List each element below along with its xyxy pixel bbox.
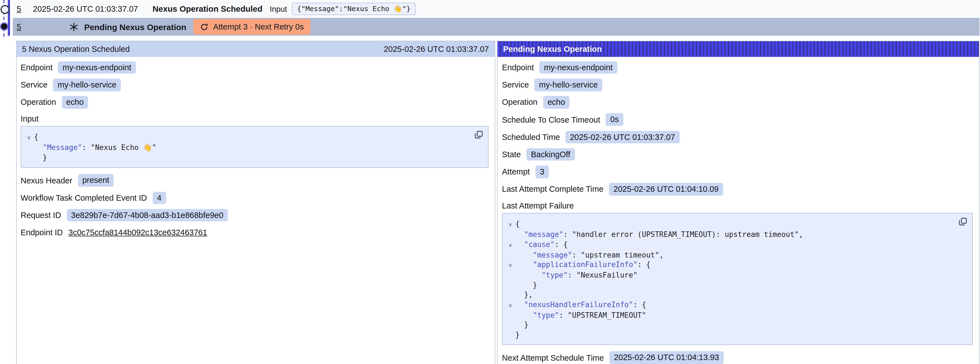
gutter [505, 250, 515, 260]
gutter [505, 330, 515, 340]
input-code-block: ∨{ "Message": "Nexus Echo 👋" } [21, 126, 488, 168]
field-value-chip: 2025-02-26 UTC 01:04:13.93 [609, 351, 724, 364]
field-row: Endpoint ID3c0c75ccfa8144b092c13ce632463… [21, 224, 488, 241]
json-line: "type": "UPSTREAM_TIMEOUT" [505, 310, 966, 320]
field-row: Operationecho [21, 94, 488, 111]
timeline-node-open-icon [0, 5, 10, 14]
json-line: } [24, 152, 481, 162]
field-label: State [502, 150, 521, 159]
selection-indicator-bar [8, 0, 10, 36]
retry-icon [200, 22, 208, 31]
field-value-chip: 2025-02-26 UTC 01:03:37.07 [565, 131, 679, 143]
gutter [24, 152, 34, 162]
event-time: 2025-02-26 UTC 01:03:37.07 [33, 5, 138, 13]
copy-button[interactable] [958, 217, 967, 226]
input-section-label: Input [21, 111, 488, 126]
json-text: } [515, 280, 537, 290]
json-text: "type": "NexusFailure" [515, 270, 637, 280]
field-value-chip: BackingOff [527, 148, 575, 161]
pending-id-link[interactable]: 5 [17, 22, 21, 31]
pending-operation-header-title: Pending Nexus Operation [503, 44, 602, 53]
json-text: } [515, 320, 528, 330]
gutter [505, 280, 515, 290]
pending-title: Pending Nexus Operation [84, 22, 186, 32]
json-text: "message": "handler error (UPSTREAM_TIME… [515, 230, 803, 239]
retry-badge-text: Attempt 3 · Next Retry 0s [213, 22, 304, 31]
event-detail-panel: 5 Nexus Operation Scheduled 2025-02-26 U… [16, 40, 495, 364]
field-label: Service [21, 81, 48, 89]
event-detail-header-time: 2025-02-26 UTC 01:03:37.07 [384, 44, 489, 53]
event-title: Nexus Operation Scheduled [153, 5, 262, 13]
field-value-chip: my-hello-service [535, 78, 602, 91]
field-label: Next Attempt Schedule Time [502, 353, 604, 362]
event-history-row-pending[interactable]: 5 Pending Nexus Operation Attempt 3 · Ne… [13, 18, 979, 36]
gutter [24, 143, 34, 152]
field-value-chip: my-nexus-endpoint [58, 61, 136, 74]
event-input-label: Input [270, 5, 287, 13]
field-row: Next Attempt Schedule Time2025-02-26 UTC… [502, 349, 973, 364]
field-value-chip: 2025-02-26 UTC 01:04:10.09 [609, 183, 723, 195]
json-text: } [34, 152, 47, 162]
collapse-chevron-icon[interactable]: ∨ [505, 260, 515, 270]
json-text: } [515, 330, 520, 340]
field-row: Endpointmy-nexus-endpoint [502, 59, 973, 76]
json-line: } [505, 280, 966, 290]
field-label: Endpoint ID [21, 228, 63, 237]
field-label: Schedule To Close Timeout [502, 115, 600, 124]
failure-code-block: ∨{ "message": "handler error (UPSTREAM_T… [502, 213, 973, 345]
json-line: } [505, 320, 966, 330]
json-text: }, [515, 290, 533, 300]
field-value-link[interactable]: 3c0c75ccfa8144b092c13ce632463761 [68, 228, 207, 237]
field-value-chip: 0s [606, 113, 624, 126]
field-row: Servicemy-hello-service [502, 76, 973, 93]
field-value-chip: present [78, 174, 114, 187]
field-value-chip: 4 [153, 192, 166, 204]
field-value-chip: my-hello-service [53, 78, 121, 91]
pending-operation-header: Pending Nexus Operation [498, 41, 978, 57]
json-text: "applicationFailureInfo": { [515, 260, 651, 270]
field-label: Operation [502, 98, 537, 107]
field-label: Endpoint [502, 63, 534, 72]
field-label: Endpoint [21, 63, 52, 72]
collapse-chevron-icon[interactable]: ∨ [505, 219, 515, 230]
event-history-row-scheduled[interactable]: 5 2025-02-26 UTC 01:03:37.07 Nexus Opera… [13, 0, 980, 17]
field-row: Nexus Headerpresent [21, 172, 488, 189]
retry-badge: Attempt 3 · Next Retry 0s [194, 19, 310, 35]
json-text: "message": "upstream timeout", [515, 250, 663, 260]
field-value-chip: 3 [535, 166, 549, 178]
field-value-chip: echo [543, 96, 570, 109]
gutter [505, 310, 515, 320]
json-line: "type": "NexusFailure" [505, 270, 966, 280]
json-line: "message": "upstream timeout", [505, 250, 966, 260]
event-id-link[interactable]: 5 [17, 5, 21, 13]
json-text: { [34, 132, 38, 143]
json-text: "Message": "Nexus Echo 👋" [34, 143, 156, 152]
field-label: Attempt [502, 167, 530, 176]
collapse-chevron-icon[interactable]: ∨ [505, 300, 515, 310]
field-row: Workflow Task Completed Event ID4 [21, 189, 488, 206]
json-text: { [515, 219, 520, 230]
field-row: Attempt3 [502, 163, 973, 180]
gutter [505, 320, 515, 330]
field-label: Service [502, 81, 529, 89]
collapse-chevron-icon[interactable]: ∨ [505, 239, 515, 250]
event-detail-header: 5 Nexus Operation Scheduled 2025-02-26 U… [16, 41, 495, 57]
asterisk-icon [69, 22, 78, 32]
timeline-node-current-icon [1, 23, 7, 30]
collapse-chevron-icon[interactable]: ∨ [24, 132, 34, 143]
field-label: Nexus Header [21, 176, 72, 185]
app-viewport: 5 2025-02-26 UTC 01:03:37.07 Nexus Opera… [0, 0, 980, 364]
gutter [505, 290, 515, 300]
field-row: StateBackingOff [502, 146, 973, 163]
field-row: Operationecho [502, 94, 973, 111]
field-row: Schedule To Close Timeout0s [502, 111, 973, 128]
json-line: ∨ "applicationFailureInfo": { [505, 260, 966, 270]
json-line: ∨ "cause": { [505, 239, 966, 250]
gutter [505, 270, 515, 280]
field-row: Endpointmy-nexus-endpoint [21, 59, 488, 76]
field-label: Scheduled Time [502, 133, 560, 142]
pending-operation-panel: Pending Nexus Operation Endpointmy-nexus… [497, 40, 979, 364]
json-line: ∨ "nexusHandlerFailureInfo": { [505, 300, 966, 310]
json-line: "message": "handler error (UPSTREAM_TIME… [505, 230, 966, 239]
copy-button[interactable] [474, 131, 483, 139]
